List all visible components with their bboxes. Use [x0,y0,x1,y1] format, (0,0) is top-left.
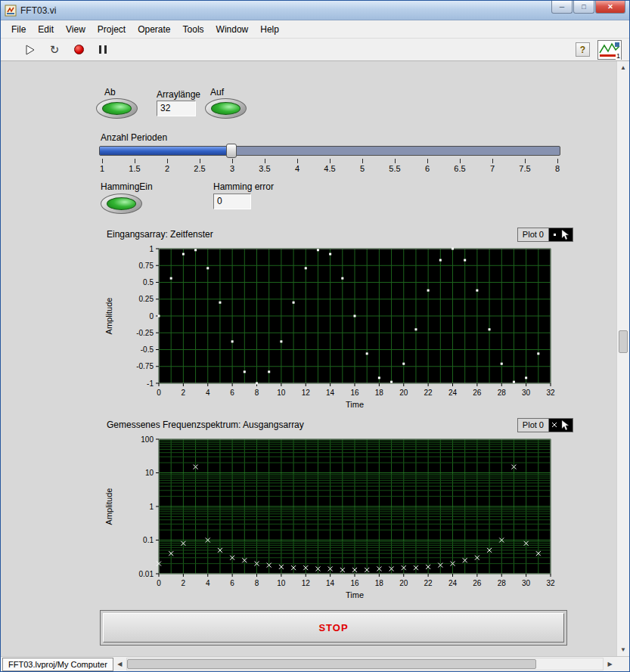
slider-tick-label: 8 [555,164,560,173]
time-domain-chart: 10.750.50.250-0.25-0.5-0.75-102468101214… [101,243,573,413]
pause-button[interactable] [95,42,111,58]
slider-thumb[interactable] [226,144,237,158]
menubar: File Edit View Project Operate Tools Win… [1,20,629,39]
vi-window-icon [5,5,17,17]
menu-view[interactable]: View [60,22,92,37]
slider-scale: 11.522.533.544.555.566.577.58 [99,159,560,178]
cursor-arrow-icon [562,230,569,240]
svg-text:22: 22 [424,389,433,397]
run-continuous-button[interactable]: ↻ [46,42,63,58]
svg-text:1: 1 [149,503,154,511]
pause-icon [98,43,108,57]
hamming-led-icon [107,197,136,210]
auf-led-icon [211,102,241,115]
project-tab[interactable]: FFT03.lvproj/My Computer [2,658,113,671]
menu-file[interactable]: File [5,22,32,37]
scroll-right-button[interactable]: ▶ [604,657,616,671]
svg-text:0.5: 0.5 [143,278,154,286]
legend-label: Plot 0 [518,419,548,432]
svg-text:24: 24 [448,579,458,587]
svg-text:Amplitude: Amplitude [104,488,113,525]
svg-text:Time: Time [346,590,364,599]
legend-marker-chip [548,419,573,432]
svg-text:4: 4 [206,579,210,587]
run-button[interactable] [22,42,39,58]
svg-text:18: 18 [375,579,384,587]
minimize-button[interactable]: ─ [551,1,573,14]
run-continuous-icon: ↻ [50,44,60,55]
titlebar[interactable]: FFT03.vi ─ □ ✕ [1,1,629,20]
close-button[interactable]: ✕ [595,1,625,14]
arraylaenge-input[interactable]: 32 [157,101,196,116]
time-graph-title: Eingangsarray: Zeitfenster [107,229,213,240]
svg-text:14: 14 [326,389,335,397]
vertical-scrollbar-thumb[interactable] [619,330,628,353]
slider-tick-label: 4.5 [324,164,335,173]
slider-tick-label: 5 [360,164,365,173]
menu-tools[interactable]: Tools [177,22,210,37]
slider-tick [135,159,135,163]
frequency-spectrum-graph: Gemessenes Frequenzspektrum: Ausgangsarr… [101,417,573,604]
svg-text:32: 32 [546,389,555,397]
time-graph-legend[interactable]: Plot 0 [517,228,573,242]
stop-button[interactable]: STOP [103,613,564,643]
auf-button[interactable] [205,98,247,119]
scroll-right-icon: ▶ [607,661,612,667]
slider-tick-label: 2 [165,164,169,173]
window-title: FFT03.vi [20,5,56,16]
ab-label: Ab [104,87,116,98]
svg-text:0: 0 [149,312,154,321]
menu-operate[interactable]: Operate [132,22,176,37]
maximize-button[interactable]: □ [573,1,594,14]
vertical-scrollbar-track[interactable] [617,74,629,643]
front-panel: Ab Arraylänge 32 Auf Anzahl Perioden 11.… [1,61,616,656]
svg-text:6: 6 [230,389,234,397]
slider-tick-label: 7 [490,164,495,173]
help-icon: ? [580,45,585,55]
legend-marker-chip [548,228,573,241]
menu-edit[interactable]: Edit [32,22,60,37]
svg-text:8: 8 [255,579,259,587]
slider-tick-label: 3.5 [259,164,270,173]
menu-help[interactable]: Help [254,22,285,37]
svg-text:22: 22 [424,579,433,587]
slider-tick [265,159,265,163]
menu-project[interactable]: Project [92,22,132,37]
svg-text:1: 1 [149,245,154,253]
slider-fill [100,147,231,155]
scroll-down-button[interactable]: ▼ [617,643,629,656]
ab-button[interactable] [96,98,138,119]
svg-text:2: 2 [182,389,186,397]
anzahl-perioden-slider[interactable] [99,146,560,156]
tab-scroll-left-button[interactable]: ◀ [113,657,126,671]
spectrum-graph-legend[interactable]: Plot 0 [517,418,573,432]
abort-button[interactable] [70,42,87,58]
auf-label: Auf [210,87,224,98]
horizontal-scrollbar-thumb[interactable] [127,659,536,669]
menu-window[interactable]: Window [210,22,255,37]
svg-text:20: 20 [399,389,408,397]
close-icon: ✕ [607,3,613,11]
slider-tick-label: 7.5 [519,164,530,173]
vertical-scrollbar[interactable]: ▲ ▼ [616,61,629,656]
horizontal-scrollbar[interactable] [126,658,604,670]
scroll-left-icon: ◀ [117,661,122,667]
frequency-spectrum-chart: 1001010.10.01024681012141618202224262830… [101,433,573,604]
svg-text:8: 8 [255,389,259,397]
svg-text:0.25: 0.25 [139,295,154,303]
statusbar: FFT03.lvproj/My Computer ◀ ▶ [1,656,629,671]
hamming-error-output: 0 [213,194,251,209]
run-icon [24,44,36,56]
svg-text:32: 32 [546,579,555,587]
abort-icon [74,45,84,54]
svg-text:-0.75: -0.75 [136,362,154,370]
svg-text:0: 0 [157,579,161,587]
svg-text:0.1: 0.1 [143,536,154,544]
svg-text:0: 0 [157,389,161,397]
slider-tick [492,159,493,163]
scroll-up-icon: ▲ [620,64,626,71]
time-domain-graph: Eingangsarray: Zeitfenster Plot 0 10.750… [101,226,573,413]
scroll-up-button[interactable]: ▲ [617,61,629,74]
hamming-ein-button[interactable] [101,194,142,214]
help-button[interactable]: ? [576,42,590,57]
